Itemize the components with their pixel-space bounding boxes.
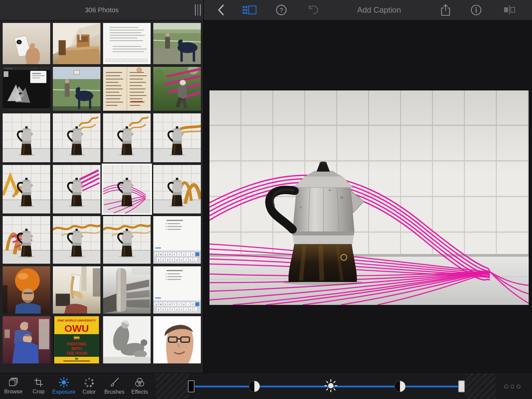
svg-text:H: H [181,259,182,261]
brush-icon [109,377,120,388]
slider-handle-brightness[interactable] [324,379,337,394]
thumbnail-moka-zigzag[interactable] [3,165,50,213]
tool-tab-effects[interactable]: Effects [127,373,152,399]
brightness-sun-icon [324,379,337,392]
panel-divider [203,0,204,373]
thumbnail-moka-arches[interactable] [153,165,201,213]
svg-text:S: S [162,259,164,261]
svg-text:E: E [165,253,166,256]
add-caption-button[interactable]: Add Caption [336,0,422,20]
svg-text:L: L [195,259,196,261]
thumbnail-horse-pasture-2[interactable] [53,67,100,111]
svg-text:D: D [167,259,169,261]
tool-tab-browse[interactable]: Browse [1,373,26,399]
svg-text:U: U [183,253,185,256]
share-button[interactable] [437,0,454,20]
thumbnail-face-cutout[interactable] [153,316,201,363]
svg-text:U: U [183,303,185,306]
more-options-button[interactable] [502,382,522,390]
tool-tab-exposure[interactable]: Exposure [51,373,76,399]
svg-text:P: P [197,303,198,306]
thumbnail-app-screenshot[interactable] [3,67,50,111]
slider-handle-highlights-contrast[interactable] [394,381,406,392]
thumbnail-hand-phone[interactable] [3,23,50,64]
svg-text:T: T [174,303,176,306]
thumbnail-man-pink-strokes[interactable] [153,67,201,111]
thumbnail-moka-waves-3[interactable] [53,216,100,264]
info-icon [470,4,482,16]
svg-text:E: E [165,303,166,306]
svg-text:Y: Y [178,253,180,256]
thumbnail-moka-waves-4[interactable] [103,216,151,264]
svg-text:WITH: WITH [71,346,82,351]
tool-tabs: BrowseCropExposureColorBrushesEffects [1,373,152,399]
share-icon [441,4,451,16]
photo-library-panel: QWERTYUIOPASDFGHJKL QWERTYUIOPASDFGHJKL … [0,20,203,373]
thumbnail-moka-waves-1[interactable] [53,113,100,162]
thumbnail-two-men[interactable] [3,316,50,363]
thumbnail-moka-pink-curves[interactable] [103,165,151,213]
panel-resize-handle-icon[interactable] [195,4,203,16]
tool-label: Browse [4,388,22,395]
thumbnail-moka-pink-rays[interactable] [53,165,100,213]
thumbnail-orange-lamp-head[interactable] [3,266,50,314]
thumbnail-moka-arches-pink[interactable] [3,216,50,264]
split-view-icon [502,5,517,15]
undo-icon [307,4,320,16]
thumbnail-notes-keyboard-2[interactable]: QWERTYUIOPASDFGHJKL [153,266,201,314]
chevron-left-icon [217,4,224,16]
back-button[interactable] [213,0,229,20]
editor-canvas[interactable] [204,20,532,373]
help-button[interactable]: ? [273,0,290,20]
svg-text:H: H [181,309,182,311]
tool-label: Exposure [52,389,75,395]
tool-label: Effects [131,389,148,395]
thumbnail-horse-pasture[interactable] [153,23,201,64]
thumbnail-room-chair[interactable] [53,266,100,314]
thumbnail-notes-keyboard-1[interactable]: QWERTYUIOPASDFGHJKL [153,216,201,264]
slider-handle-shadows-contrast[interactable] [249,381,260,392]
tool-label: Brushes [104,389,125,395]
color-dots-icon [84,377,94,388]
thumbnail-grid: QWERTYUIOPASDFGHJKL QWERTYUIOPASDFGHJKL … [0,20,203,366]
svg-text:O: O [192,303,194,306]
help-icon: ? [276,4,287,16]
active-photo[interactable] [209,90,529,305]
svg-text:G: G [176,309,178,311]
svg-text:ONE WORLD UNIVERSITY: ONE WORLD UNIVERSITY [57,319,96,322]
thumbnail-moka-plain[interactable] [3,113,50,162]
browse-icon [8,377,18,387]
slider-handle-white-point[interactable] [458,380,465,392]
thumbnail-browser-toggle[interactable] [240,0,259,20]
svg-text:G: G [176,259,178,261]
tool-tab-brushes[interactable]: Brushes [102,373,127,399]
svg-text:K: K [190,259,192,261]
svg-text:A: A [158,309,160,311]
thumbnail-pencil-drawing[interactable] [103,316,151,363]
thumbnail-grid-icon [242,5,257,15]
exposure-slider [156,373,532,399]
svg-text:Q: Q [155,253,157,256]
undo-button[interactable] [304,0,323,20]
thumbnail-owu-poster[interactable]: ONE WORLD UNIVERSITY OWU FIGHTING WITH T… [53,316,100,363]
thumbnail-spiral-staircase[interactable] [103,266,151,314]
thumbnail-attic-desk[interactable] [53,23,100,64]
svg-text:D: D [167,309,169,311]
thumbnail-menu-page[interactable] [103,67,151,111]
split-view-button[interactable] [499,0,519,20]
tool-tab-crop[interactable]: Crop [26,373,51,399]
slider-end-hatch [465,373,496,399]
svg-text:FIGHTING: FIGHTING [67,342,86,346]
svg-text:OWU: OWU [65,323,89,334]
tool-tab-color[interactable]: Color [76,373,102,399]
svg-text:F: F [172,259,173,261]
thumbnail-moka-band[interactable] [153,113,201,162]
tool-label: Crop [33,388,45,395]
thumbnail-text-document[interactable] [103,23,151,64]
svg-text:P: P [197,253,198,256]
svg-text:W: W [160,253,162,256]
slider-handle-black-point[interactable] [188,380,195,392]
thumbnail-moka-waves-2[interactable] [103,113,151,162]
slider-end-hatch [156,373,189,399]
info-button[interactable] [467,0,485,20]
